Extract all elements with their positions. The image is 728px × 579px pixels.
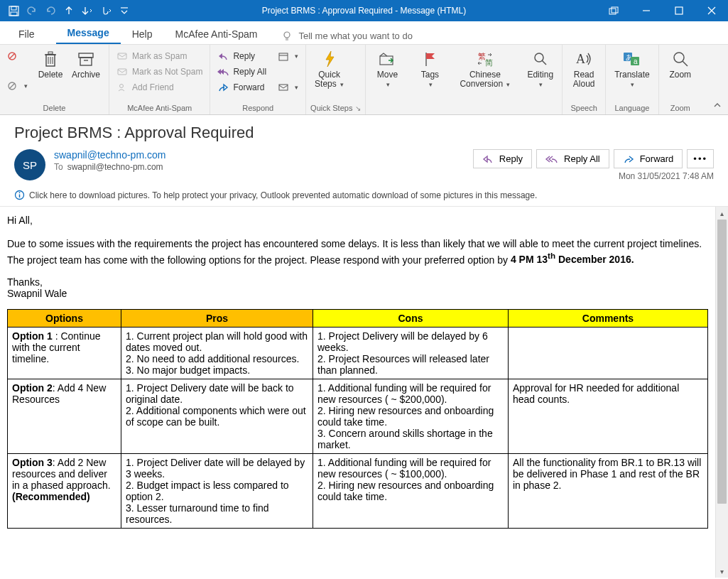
th-comments: Comments xyxy=(509,310,708,328)
svg-rect-22 xyxy=(48,52,53,54)
message-body-area: Hi All, Due to some issues with the requ… xyxy=(0,206,728,578)
previous-item-button[interactable] xyxy=(60,1,78,20)
download-pictures-infobar[interactable]: Click here to download pictures. To help… xyxy=(14,188,714,202)
svg-rect-31 xyxy=(279,85,288,90)
minimize-button[interactable] xyxy=(630,0,663,21)
chevron-down-icon: ▾ xyxy=(539,81,543,88)
read-aloud-button[interactable]: A ReadAloud xyxy=(567,46,601,89)
group-quick-steps: QuickSteps ▾ Quick Steps↘ xyxy=(306,45,366,114)
add-friend-button[interactable]: Add Friend xyxy=(114,80,205,94)
window-controls xyxy=(597,0,728,21)
chevron-down-icon: ▾ xyxy=(506,81,510,88)
junk-button[interactable]: ▾ xyxy=(4,79,31,93)
ignore-button[interactable] xyxy=(4,49,31,63)
scroll-thumb[interactable] xyxy=(717,220,727,504)
tab-mcafee[interactable]: McAfee Anti-Spam xyxy=(164,24,269,44)
scroll-down-button[interactable]: ▾ xyxy=(716,565,728,578)
ribbon: ▾ Delete Archive Delete Mark as Spam Mar… xyxy=(0,44,728,115)
svg-line-37 xyxy=(542,60,546,65)
forward-icon xyxy=(623,155,634,163)
reply-all-icon xyxy=(545,155,558,163)
meeting-button[interactable]: ▾ xyxy=(275,49,301,63)
spam-icon xyxy=(116,50,128,62)
open-in-new-window-button[interactable] xyxy=(597,0,630,21)
svg-rect-27 xyxy=(118,69,126,75)
group-editing: Editing▾ xyxy=(518,45,563,114)
ribbon-tabs: File Message Help McAfee Anti-Spam Tell … xyxy=(0,21,728,44)
vertical-scrollbar[interactable]: ▴ ▾ xyxy=(715,207,728,578)
svg-rect-29 xyxy=(279,53,288,60)
svg-text:a: a xyxy=(634,58,638,65)
svg-rect-1 xyxy=(11,6,16,10)
tags-button[interactable]: Tags▾ xyxy=(413,46,447,89)
tell-me-search[interactable]: Tell me what you want to do xyxy=(281,30,412,44)
reply-button[interactable]: Reply xyxy=(214,49,269,63)
header-forward-button[interactable]: Forward xyxy=(614,149,683,168)
scroll-up-button[interactable]: ▴ xyxy=(716,207,728,220)
svg-rect-23 xyxy=(79,53,93,58)
ellipsis-icon: ••• xyxy=(693,153,707,164)
group-chinese: 繁简 ChineseConversion ▾ xyxy=(451,45,518,114)
redo-button[interactable] xyxy=(41,1,60,20)
touch-mode-button[interactable] xyxy=(97,1,115,20)
chevron-down-icon: ▾ xyxy=(631,81,634,88)
editing-button[interactable]: Editing▾ xyxy=(523,46,558,89)
maximize-button[interactable] xyxy=(663,0,695,21)
add-friend-icon xyxy=(116,82,128,93)
next-item-button[interactable] xyxy=(78,1,97,20)
chevron-down-icon: ▾ xyxy=(386,81,390,88)
close-button[interactable] xyxy=(695,0,728,21)
scroll-track[interactable] xyxy=(716,220,728,565)
zoom-icon xyxy=(670,49,690,69)
undo-button[interactable] xyxy=(23,1,41,20)
to-line: Toswapnil@techno-pm.com xyxy=(54,162,473,172)
svg-text:简: 简 xyxy=(485,58,493,67)
table-row: Option 1 : Continue with the current tim… xyxy=(8,328,708,379)
header-reply-button[interactable]: Reply xyxy=(473,149,532,168)
lightbulb-icon xyxy=(281,30,293,41)
svg-rect-2 xyxy=(11,12,17,16)
delete-button[interactable]: Delete xyxy=(33,46,67,80)
body-greeting: Hi All, xyxy=(7,214,708,227)
translate-button[interactable]: あa Translate▾ xyxy=(610,46,654,89)
translate-icon: あa xyxy=(622,49,642,69)
svg-line-44 xyxy=(683,61,688,66)
group-language: あa Translate▾ Language xyxy=(606,45,659,114)
avatar: SP xyxy=(14,149,45,180)
forward-icon xyxy=(217,82,229,93)
svg-point-28 xyxy=(120,85,124,88)
quick-steps-button[interactable]: QuickSteps ▾ xyxy=(310,46,348,89)
header-reply-all-button[interactable]: Reply All xyxy=(536,149,609,168)
group-zoom: Zoom Zoom xyxy=(659,45,702,114)
timestamp: Mon 31/05/2021 7:48 AM xyxy=(473,171,714,181)
svg-rect-5 xyxy=(612,7,618,13)
tab-message[interactable]: Message xyxy=(56,23,121,44)
body-paragraph: Due to some issues with the requirements… xyxy=(7,237,708,266)
archive-button[interactable]: Archive xyxy=(67,46,104,80)
forward-button[interactable]: Forward xyxy=(214,80,269,94)
zoom-button[interactable]: Zoom xyxy=(663,46,697,80)
from-address[interactable]: swapnil@techno-pm.com xyxy=(54,149,473,161)
tab-help[interactable]: Help xyxy=(121,24,164,44)
header-more-actions-button[interactable]: ••• xyxy=(687,149,714,168)
save-button[interactable] xyxy=(4,1,23,20)
mark-as-spam-button[interactable]: Mark as Spam xyxy=(114,49,205,63)
reply-all-button[interactable]: Reply All xyxy=(214,65,269,79)
to-address: swapnil@techno-pm.com xyxy=(67,162,163,172)
reply-icon xyxy=(217,50,229,62)
group-tags: Tags▾ xyxy=(408,45,451,114)
move-button[interactable]: Move▾ xyxy=(370,46,404,89)
chinese-conversion-button[interactable]: 繁简 ChineseConversion ▾ xyxy=(455,46,514,89)
window-title: Project BRMS : Approval Required - Messa… xyxy=(262,6,466,16)
dialog-launcher-icon[interactable]: ↘ xyxy=(355,104,361,112)
message-body[interactable]: Hi All, Due to some issues with the requ… xyxy=(0,207,715,578)
collapse-ribbon-button[interactable] xyxy=(711,99,724,112)
table-row: Option 3: Add 2 New resources and delive… xyxy=(8,454,708,529)
options-table: Options Pros Cons Comments Option 1 : Co… xyxy=(7,309,708,529)
mark-not-spam-button[interactable]: Mark as Not Spam xyxy=(114,65,205,79)
more-respond-button[interactable]: ▾ xyxy=(275,80,301,94)
ignore-icon xyxy=(7,50,18,62)
tab-file[interactable]: File xyxy=(7,24,46,44)
qat-customize-button[interactable] xyxy=(115,1,134,20)
group-delete: ▾ Delete Archive Delete xyxy=(0,45,109,114)
